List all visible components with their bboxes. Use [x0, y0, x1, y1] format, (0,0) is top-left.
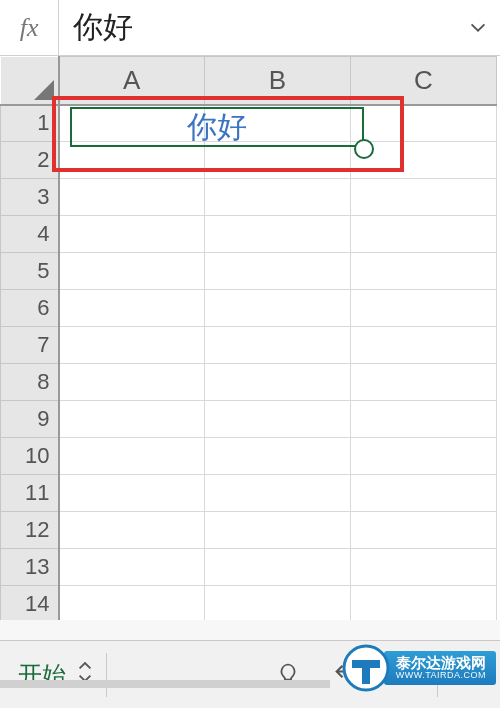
- cell-A4[interactable]: [59, 216, 205, 253]
- row-header-14[interactable]: 14: [1, 586, 59, 621]
- cell-B10[interactable]: [205, 438, 351, 475]
- watermark-host: WWW.TAIRDA.COM: [396, 671, 486, 680]
- cell-C12[interactable]: [351, 512, 497, 549]
- cell-C10[interactable]: [351, 438, 497, 475]
- spreadsheet-grid[interactable]: A B C 1 2 3 4 5 6 7 8 9 10 11 12 13 14 你…: [0, 56, 500, 620]
- row-header-10[interactable]: 10: [1, 438, 59, 475]
- cell-C4[interactable]: [351, 216, 497, 253]
- row-header-9[interactable]: 9: [1, 401, 59, 438]
- cell-A13[interactable]: [59, 549, 205, 586]
- toolbar-separator: [106, 653, 107, 697]
- tell-me-button[interactable]: [259, 641, 317, 709]
- formula-bar: fx: [0, 0, 500, 56]
- cell-A1[interactable]: [59, 105, 205, 142]
- watermark-title: 泰尔达游戏网: [396, 655, 486, 671]
- row-header-5[interactable]: 5: [1, 253, 59, 290]
- fx-label[interactable]: fx: [0, 0, 59, 55]
- row-header-3[interactable]: 3: [1, 179, 59, 216]
- grid-table: A B C 1 2 3 4 5 6 7 8 9 10 11 12 13 14: [0, 56, 497, 620]
- cell-B4[interactable]: [205, 216, 351, 253]
- cell-C8[interactable]: [351, 364, 497, 401]
- row-header-2[interactable]: 2: [1, 142, 59, 179]
- row-header-4[interactable]: 4: [1, 216, 59, 253]
- cell-C3[interactable]: [351, 179, 497, 216]
- cell-B6[interactable]: [205, 290, 351, 327]
- formula-input[interactable]: [59, 0, 455, 55]
- cell-B14[interactable]: [205, 586, 351, 621]
- cell-A11[interactable]: [59, 475, 205, 512]
- cell-C7[interactable]: [351, 327, 497, 364]
- cell-B2[interactable]: [205, 142, 351, 179]
- cell-C5[interactable]: [351, 253, 497, 290]
- col-header-B[interactable]: B: [205, 57, 351, 105]
- row-header-11[interactable]: 11: [1, 475, 59, 512]
- row-header-8[interactable]: 8: [1, 364, 59, 401]
- cell-C13[interactable]: [351, 549, 497, 586]
- cell-A9[interactable]: [59, 401, 205, 438]
- cell-B9[interactable]: [205, 401, 351, 438]
- row-header-12[interactable]: 12: [1, 512, 59, 549]
- cell-C14[interactable]: [351, 586, 497, 621]
- cell-A3[interactable]: [59, 179, 205, 216]
- row-header-6[interactable]: 6: [1, 290, 59, 327]
- cell-B11[interactable]: [205, 475, 351, 512]
- cell-C11[interactable]: [351, 475, 497, 512]
- col-header-A[interactable]: A: [59, 57, 205, 105]
- select-all-corner[interactable]: [1, 57, 59, 105]
- cell-B8[interactable]: [205, 364, 351, 401]
- cell-C2[interactable]: [351, 142, 497, 179]
- cell-A8[interactable]: [59, 364, 205, 401]
- cell-A5[interactable]: [59, 253, 205, 290]
- cell-A6[interactable]: [59, 290, 205, 327]
- watermark-logo-icon: [342, 644, 390, 692]
- row-header-7[interactable]: 7: [1, 327, 59, 364]
- watermark-text: 泰尔达游戏网 WWW.TAIRDA.COM: [384, 651, 496, 684]
- cell-B13[interactable]: [205, 549, 351, 586]
- cell-B12[interactable]: [205, 512, 351, 549]
- cell-A2[interactable]: [59, 142, 205, 179]
- cell-B3[interactable]: [205, 179, 351, 216]
- cell-C6[interactable]: [351, 290, 497, 327]
- fx-text: fx: [20, 13, 39, 43]
- cell-C1[interactable]: [351, 105, 497, 142]
- cell-B1[interactable]: [205, 105, 351, 142]
- row-header-13[interactable]: 13: [1, 549, 59, 586]
- cell-A12[interactable]: [59, 512, 205, 549]
- cell-C9[interactable]: [351, 401, 497, 438]
- cell-B5[interactable]: [205, 253, 351, 290]
- col-header-C[interactable]: C: [351, 57, 497, 105]
- expand-formula-bar-button[interactable]: [455, 0, 500, 55]
- cell-B7[interactable]: [205, 327, 351, 364]
- chevron-down-icon: [467, 17, 489, 39]
- watermark-overlay: 泰尔达游戏网 WWW.TAIRDA.COM: [342, 644, 496, 692]
- row-header-1[interactable]: 1: [1, 105, 59, 142]
- horizontal-scrollbar[interactable]: [0, 680, 330, 688]
- cell-A14[interactable]: [59, 586, 205, 621]
- cell-A10[interactable]: [59, 438, 205, 475]
- cell-A7[interactable]: [59, 327, 205, 364]
